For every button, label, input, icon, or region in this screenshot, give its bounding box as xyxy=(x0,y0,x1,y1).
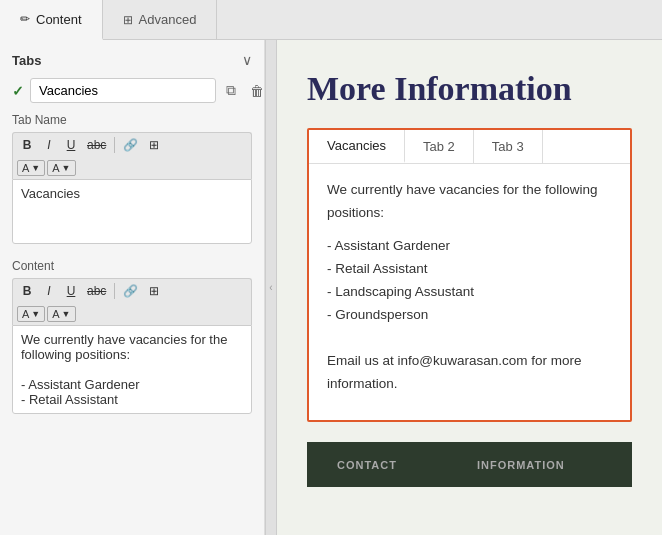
content-toolbar-sep xyxy=(114,283,115,299)
content-italic-button[interactable]: I xyxy=(39,282,59,300)
content-link-button[interactable]: 🔗 xyxy=(119,282,142,300)
link-button[interactable]: 🔗 xyxy=(119,136,142,154)
top-tab-bar: ✏ Content ⊞ Advanced xyxy=(0,0,662,40)
pencil-icon: ✏ xyxy=(20,12,30,26)
vacancies-intro: We currently have vacancies for the foll… xyxy=(327,179,612,225)
collapse-icon: ‹ xyxy=(269,282,272,293)
bottom-bar: Contact Information xyxy=(307,442,632,487)
content-font-bg-arrow: ▼ xyxy=(62,309,71,319)
tab-2-btn[interactable]: Tab 2 xyxy=(405,130,474,163)
tabs-section: Tabs ∨ ✓ ⧉ 🗑 Tab Name B I U abc 🔗 ⊞ xyxy=(12,52,252,247)
vacancies-list: - Assistant Gardener - Retail Assistant … xyxy=(327,235,612,327)
tab-content[interactable]: ✏ Content xyxy=(0,0,103,40)
list-item: - Groundsperson xyxy=(327,304,612,327)
tab-name-editor[interactable] xyxy=(12,179,252,244)
tab-content-label: Content xyxy=(36,12,82,27)
tab-vacancies-btn[interactable]: Vacancies xyxy=(309,130,405,163)
font-color-button[interactable]: A ▼ xyxy=(17,160,45,176)
tabs-section-header: Tabs ∨ xyxy=(12,52,252,68)
information-label: Information xyxy=(477,459,565,471)
tab-name-toolbar: B I U abc 🔗 ⊞ xyxy=(12,132,252,157)
tabs-chevron-icon[interactable]: ∨ xyxy=(242,52,252,68)
list-item: - Assistant Gardener xyxy=(327,235,612,258)
font-color-label: A xyxy=(22,162,29,174)
tab-advanced[interactable]: ⊞ Advanced xyxy=(103,0,218,39)
grid-button[interactable]: ⊞ xyxy=(144,136,164,154)
content-editor[interactable] xyxy=(12,325,252,414)
tab-advanced-label: Advanced xyxy=(139,12,197,27)
font-bg-arrow: ▼ xyxy=(62,163,71,173)
content-font-bg-button[interactable]: A ▼ xyxy=(47,306,75,322)
content-font-bg-label: A xyxy=(52,308,59,320)
tab-name-label: Tab Name xyxy=(12,113,252,127)
tab-check-icon[interactable]: ✓ xyxy=(12,83,24,99)
content-font-color-button[interactable]: A ▼ xyxy=(17,306,45,322)
list-item: - Retail Assistant xyxy=(327,258,612,281)
main-layout: Tabs ∨ ✓ ⧉ 🗑 Tab Name B I U abc 🔗 ⊞ xyxy=(0,40,662,535)
tabs-header: Vacancies Tab 2 Tab 3 xyxy=(309,130,630,164)
right-panel: More Information Vacancies Tab 2 Tab 3 W… xyxy=(277,40,662,535)
page-title: More Information xyxy=(307,70,632,108)
tab-item-row: ✓ ⧉ 🗑 xyxy=(12,78,252,103)
vacancies-outro: Email us at info@kuwarasan.com for more … xyxy=(327,350,612,396)
list-item: - Landscaping Assustant xyxy=(327,281,612,304)
tabs-section-title: Tabs xyxy=(12,53,41,68)
content-toolbar-row2: A ▼ A ▼ xyxy=(12,303,252,325)
font-color-arrow: ▼ xyxy=(31,163,40,173)
strikethrough-button[interactable]: abc xyxy=(83,136,110,154)
tabs-widget: Vacancies Tab 2 Tab 3 We currently have … xyxy=(307,128,632,422)
italic-button[interactable]: I xyxy=(39,136,59,154)
tab-name-toolbar-row2: A ▼ A ▼ xyxy=(12,157,252,179)
bold-button[interactable]: B xyxy=(17,136,37,154)
copy-tab-button[interactable]: ⧉ xyxy=(222,80,240,101)
tab-3-btn[interactable]: Tab 3 xyxy=(474,130,543,163)
collapse-handle[interactable]: ‹ xyxy=(265,40,277,535)
content-bold-button[interactable]: B xyxy=(17,282,37,300)
content-font-color-label: A xyxy=(22,308,29,320)
content-underline-button[interactable]: U xyxy=(61,282,81,300)
left-panel: Tabs ∨ ✓ ⧉ 🗑 Tab Name B I U abc 🔗 ⊞ xyxy=(0,40,265,535)
content-section: Content B I U abc 🔗 ⊞ A ▼ A ▼ xyxy=(12,259,252,417)
tab-name-field[interactable] xyxy=(30,78,216,103)
delete-tab-button[interactable]: 🗑 xyxy=(246,81,265,101)
font-bg-button[interactable]: A ▼ xyxy=(47,160,75,176)
content-grid-button[interactable]: ⊞ xyxy=(144,282,164,300)
toolbar-separator xyxy=(114,137,115,153)
content-font-color-arrow: ▼ xyxy=(31,309,40,319)
underline-button[interactable]: U xyxy=(61,136,81,154)
content-section-title: Content xyxy=(12,259,252,273)
content-toolbar: B I U abc 🔗 ⊞ xyxy=(12,278,252,303)
tabs-content: We currently have vacancies for the foll… xyxy=(309,164,630,420)
font-bg-label: A xyxy=(52,162,59,174)
contact-label: Contact xyxy=(337,459,397,471)
grid-icon: ⊞ xyxy=(123,13,133,27)
content-strikethrough-button[interactable]: abc xyxy=(83,282,110,300)
